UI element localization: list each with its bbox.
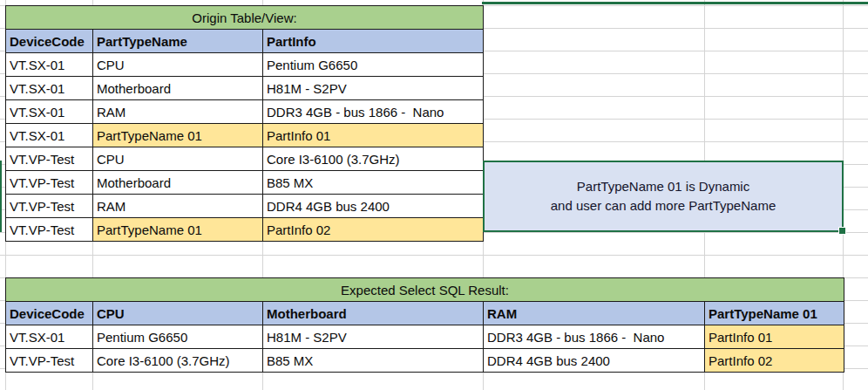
table-cell[interactable]: Motherboard (93, 171, 263, 195)
selection-border-top (482, 2, 868, 4)
result-table-title-row: Expected Select SQL Result: (6, 278, 844, 302)
table-cell[interactable]: Core I3-6100 (3.7GHz) (263, 147, 484, 171)
table-cell[interactable]: H81M - S2PV (263, 325, 484, 349)
table-cell-highlighted[interactable]: PartTypeName 01 (93, 124, 263, 147)
table-row: VT.SX-01 Motherboard H81M - S2PV (6, 77, 484, 100)
table-row: VT.VP-Test CPU Core I3-6100 (3.7GHz) (6, 147, 484, 171)
column-header-devicecode[interactable]: DeviceCode (6, 30, 93, 53)
fill-handle[interactable] (838, 227, 846, 235)
table-cell[interactable]: Pentium G6650 (93, 325, 263, 349)
table-cell[interactable]: CPU (93, 53, 263, 77)
gridline-horizontal (0, 255, 868, 256)
column-header-motherboard[interactable]: Motherboard (263, 302, 484, 325)
table-row: VT.VP-Test RAM DDR4 4GB bus 2400 (6, 195, 484, 218)
table-row: VT.VP-Test Motherboard B85 MX (6, 171, 484, 195)
table-cell[interactable]: H81M - S2PV (263, 77, 484, 100)
origin-table: Origin Table/View: DeviceCode PartTypeNa… (5, 5, 484, 242)
column-header-devicecode[interactable]: DeviceCode (6, 302, 93, 325)
table-row-dynamic: VT.VP-Test PartTypeName 01 PartInfo 02 (6, 218, 484, 242)
table-cell[interactable]: B85 MX (263, 349, 484, 373)
table-cell[interactable]: VT.SX-01 (6, 325, 93, 349)
table-cell[interactable]: VT.SX-01 (6, 53, 93, 77)
origin-table-header-row: DeviceCode PartTypeName PartInfo (6, 30, 484, 53)
spreadsheet: Origin Table/View: DeviceCode PartTypeNa… (0, 0, 868, 390)
table-cell[interactable]: VT.VP-Test (6, 195, 93, 218)
column-header-cpu[interactable]: CPU (93, 302, 263, 325)
table-cell[interactable]: VT.SX-01 (6, 77, 93, 100)
selection-border-left (0, 161, 2, 232)
table-cell[interactable]: VT.SX-01 (6, 100, 93, 124)
table-cell-highlighted[interactable]: PartInfo 01 (263, 124, 484, 147)
table-row: VT.SX-01 RAM DDR3 4GB - bus 1866 - Nano (6, 100, 484, 124)
table-cell[interactable]: VT.VP-Test (6, 147, 93, 171)
table-cell[interactable]: DDR3 4GB - bus 1866 - Nano (484, 325, 705, 349)
table-cell[interactable]: VT.VP-Test (6, 171, 93, 195)
origin-table-title-row: Origin Table/View: (6, 6, 484, 30)
table-cell[interactable]: B85 MX (263, 171, 484, 195)
note-line-1: PartTypeName 01 is Dynamic (577, 177, 749, 196)
result-table-header-row: DeviceCode CPU Motherboard RAM PartTypeN… (6, 302, 844, 325)
column-header-partinfo[interactable]: PartInfo (263, 30, 484, 53)
table-cell[interactable]: RAM (93, 195, 263, 218)
table-row: VT.VP-Test Core I3-6100 (3.7GHz) B85 MX … (6, 349, 844, 373)
table-row: VT.SX-01 CPU Pentium G6650 (6, 53, 484, 77)
table-cell[interactable]: VT.VP-Test (6, 349, 93, 373)
table-cell[interactable]: DDR4 4GB bus 2400 (484, 349, 705, 373)
column-header-parttypename01[interactable]: PartTypeName 01 (705, 302, 844, 325)
table-cell[interactable]: CPU (93, 147, 263, 171)
table-row: VT.SX-01 Pentium G6650 H81M - S2PV DDR3 … (6, 325, 844, 349)
table-cell[interactable]: Core I3-6100 (3.7GHz) (93, 349, 263, 373)
table-row-dynamic: VT.SX-01 PartTypeName 01 PartInfo 01 (6, 124, 484, 147)
note-box[interactable]: PartTypeName 01 is Dynamic and user can … (483, 161, 844, 232)
table-cell[interactable]: Motherboard (93, 77, 263, 100)
table-cell[interactable]: VT.VP-Test (6, 218, 93, 242)
table-cell[interactable]: VT.SX-01 (6, 124, 93, 147)
table-cell-highlighted[interactable]: PartTypeName 01 (93, 218, 263, 242)
table-cell-highlighted[interactable]: PartInfo 01 (705, 325, 844, 349)
column-header-ram[interactable]: RAM (484, 302, 705, 325)
table-cell-highlighted[interactable]: PartInfo 02 (705, 349, 844, 373)
result-table-title[interactable]: Expected Select SQL Result: (6, 278, 844, 302)
result-table: Expected Select SQL Result: DeviceCode C… (5, 277, 844, 373)
table-cell-highlighted[interactable]: PartInfo 02 (263, 218, 484, 242)
table-cell[interactable]: DDR4 4GB bus 2400 (263, 195, 484, 218)
table-cell[interactable]: RAM (93, 100, 263, 124)
note-line-2: and user can add more PartTypeName (551, 196, 776, 216)
table-cell[interactable]: Pentium G6650 (263, 53, 484, 77)
table-cell[interactable]: DDR3 4GB - bus 1866 - Nano (263, 100, 484, 124)
column-header-parttypename[interactable]: PartTypeName (93, 30, 263, 53)
origin-table-title[interactable]: Origin Table/View: (6, 6, 484, 30)
